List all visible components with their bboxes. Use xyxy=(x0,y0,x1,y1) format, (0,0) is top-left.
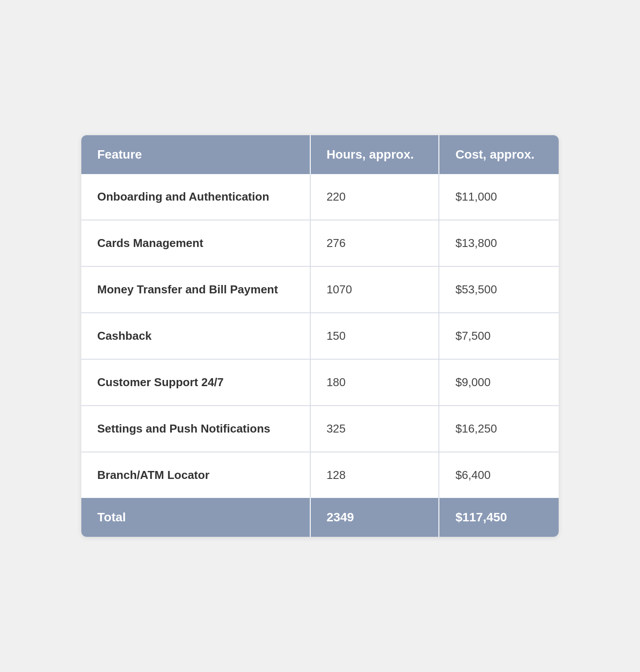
table-footer-row: Total 2349 $117,450 xyxy=(81,498,559,537)
cell-cost: $7,500 xyxy=(439,313,559,359)
cell-feature: Cashback xyxy=(81,313,310,359)
cell-hours: 128 xyxy=(310,452,439,498)
footer-hours: 2349 xyxy=(310,498,439,537)
pricing-table-wrapper: Feature Hours, approx. Cost, approx. Onb… xyxy=(81,135,559,537)
cell-hours: 150 xyxy=(310,313,439,359)
header-cost: Cost, approx. xyxy=(439,135,559,174)
cell-cost: $13,800 xyxy=(439,220,559,266)
cell-feature: Money Transfer and Bill Payment xyxy=(81,266,310,313)
cell-cost: $16,250 xyxy=(439,406,559,452)
cell-cost: $53,500 xyxy=(439,266,559,313)
header-hours: Hours, approx. xyxy=(310,135,439,174)
cell-hours: 325 xyxy=(310,406,439,452)
cell-hours: 180 xyxy=(310,359,439,406)
footer-label: Total xyxy=(81,498,310,537)
cell-cost: $6,400 xyxy=(439,452,559,498)
pricing-table: Feature Hours, approx. Cost, approx. Onb… xyxy=(81,135,559,537)
cell-feature: Cards Management xyxy=(81,220,310,266)
table-row: Cashback150$7,500 xyxy=(81,313,559,359)
table-row: Cards Management276$13,800 xyxy=(81,220,559,266)
table-row: Customer Support 24/7180$9,000 xyxy=(81,359,559,406)
cell-cost: $9,000 xyxy=(439,359,559,406)
table-row: Onboarding and Authentication220$11,000 xyxy=(81,174,559,220)
table-row: Settings and Push Notifications325$16,25… xyxy=(81,406,559,452)
table-row: Branch/ATM Locator128$6,400 xyxy=(81,452,559,498)
table-header-row: Feature Hours, approx. Cost, approx. xyxy=(81,135,559,174)
cell-cost: $11,000 xyxy=(439,174,559,220)
table-row: Money Transfer and Bill Payment1070$53,5… xyxy=(81,266,559,313)
footer-cost: $117,450 xyxy=(439,498,559,537)
header-feature: Feature xyxy=(81,135,310,174)
cell-hours: 1070 xyxy=(310,266,439,313)
cell-hours: 276 xyxy=(310,220,439,266)
cell-feature: Branch/ATM Locator xyxy=(81,452,310,498)
cell-feature: Onboarding and Authentication xyxy=(81,174,310,220)
cell-hours: 220 xyxy=(310,174,439,220)
cell-feature: Customer Support 24/7 xyxy=(81,359,310,406)
cell-feature: Settings and Push Notifications xyxy=(81,406,310,452)
